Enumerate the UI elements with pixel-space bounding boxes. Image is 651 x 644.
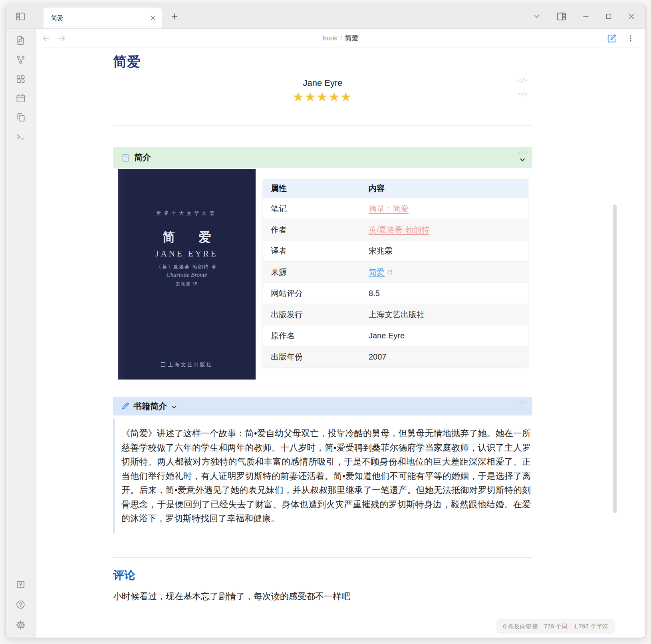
toggle-left-sidebar-icon[interactable] [15,11,26,22]
graph-view-icon[interactable] [16,55,26,65]
prop-label: 译者 [263,240,361,261]
main-panel: book/简爱 简爱 Jane [36,29,645,638]
backlink-count: 0 条反向链接 [503,623,538,630]
prop-label: 来源 [263,261,361,282]
terminal-icon[interactable] [16,131,26,141]
prop-label: 出版发行 [263,304,361,325]
summary-section-header[interactable]: 书籍简介 </> [113,397,532,415]
rating-stars: ★★★★★ [113,90,532,104]
cover-author: 〔英〕夏洛蒂·勃朗特 著 [118,264,256,270]
prop-value: 摘录：简爱 [361,198,528,219]
cover-series: 世界十大文学名著 [118,210,256,217]
calendar-icon[interactable] [16,93,26,103]
comments-heading: 评论 [113,568,532,583]
code-gutter-icon[interactable]: </> [518,399,527,405]
word-count: 779 个词 [544,623,568,630]
table-header-row: 属性 内容 [263,179,528,198]
left-dock [6,29,36,638]
table-row: 出版年份 2007 [263,346,528,367]
breadcrumb-parent[interactable]: book [323,34,337,42]
table-row: 网站评分 8.5 [263,282,528,304]
prop-label: 原作名 [263,325,361,346]
window-controls [533,11,645,22]
cover-title-en: JANE EYRE [118,249,256,259]
breadcrumb[interactable]: book/简爱 [36,34,645,43]
collapse-chevron-icon[interactable] [519,156,526,163]
chevron-down-icon[interactable] [533,12,541,20]
prop-value: 上海文艺出版社 [361,304,528,325]
comment-text: 小时候看过，现在基本忘了剧情了，每次读的感受都不一样吧 [113,590,532,634]
tab-jane-eyre[interactable]: 简爱 [44,8,162,28]
tab-close-icon[interactable] [150,15,156,21]
code-gutter-icon[interactable]: </> [518,149,527,156]
editor-area: 简爱 Jane Eyre ★★★★★ </> </> [36,48,645,638]
app-window: 简爱 [6,4,645,638]
prop-label: 作者 [263,219,361,240]
prop-value: 宋兆霖 [361,240,528,261]
intro-section-title: 简介 [134,152,151,163]
cover-author-en: Charlotte Brontë [118,272,256,278]
publisher-logo [161,362,165,367]
table-row: 作者 英/夏洛蒂·勃朗特 [263,219,528,240]
breadcrumb-separator: / [340,34,342,42]
intro-section-header[interactable]: 简介 </> [113,147,532,168]
toggle-right-sidebar-icon[interactable] [556,11,567,22]
source-external-link[interactable]: 简爱 [369,268,385,276]
divider [113,557,532,558]
help-icon[interactable] [16,600,26,610]
divider [113,125,532,126]
prop-label: 出版年份 [263,346,361,367]
author-ref-link[interactable]: 英/夏洛蒂·勃朗特 [369,225,429,234]
cover-publisher: 上海文艺出版社 [118,361,256,368]
copy-documents-icon[interactable] [16,112,26,122]
table-row: 原作名 Jane Eyre [263,325,528,346]
prop-value: 8.5 [361,282,528,304]
prop-label: 笔记 [263,198,361,219]
col-attribute: 属性 [263,179,361,198]
prop-value: 简爱 [361,261,528,282]
prop-value: 英/夏洛蒂·勃朗特 [361,219,528,240]
cover-title-cn: 简 爱 [118,229,256,246]
file-search-icon[interactable] [16,36,26,46]
pencil-icon [121,402,129,410]
tab-title: 简爱 [51,14,150,22]
scrollbar-thumb[interactable] [613,205,617,513]
maximize-icon[interactable] [605,13,612,20]
prop-label: 网站评分 [263,282,361,304]
titlebar: 简爱 [6,4,645,29]
book-info-table: 属性 内容 笔记 摘录：简爱 作者 [263,179,528,367]
close-window-icon[interactable] [628,13,635,20]
book-cover-image: 世界十大文学名著 简 爱 JANE EYRE 〔英〕夏洛蒂·勃朗特 著 Char… [118,169,256,380]
cover-translator: 宋兆霖 译 [118,281,256,287]
external-link-icon [387,268,393,276]
minimize-icon[interactable] [582,13,589,20]
table-row: 出版发行 上海文艺出版社 [263,304,528,325]
dashboard-icon[interactable] [16,74,26,84]
book-summary-text: 《简爱》讲述了这样一个故事：简•爱自幼父母双亡，投靠冷酷的舅母，但舅母无情地抛弃… [113,419,532,533]
code-gutter-icon[interactable]: </> [518,77,527,83]
notepad-icon [121,153,130,162]
collapse-chevron-icon[interactable] [171,404,177,410]
code-gutter-icon[interactable]: </> [518,91,527,97]
prop-value: 2007 [361,346,528,367]
note-ref-link[interactable]: 摘录：简爱 [369,204,409,213]
document-toolbar: book/简爱 [36,29,645,48]
summary-section-title: 书籍简介 [133,401,167,412]
settings-gear-icon[interactable] [16,620,26,630]
status-bar: 0 条反向链接 779 个词 1,797 个字符 [496,619,615,634]
breadcrumb-current[interactable]: 简爱 [345,34,359,42]
safe-lock-icon[interactable] [16,579,26,589]
new-tab-icon[interactable] [171,12,179,20]
book-subtitle: Jane Eyre [113,78,532,88]
table-row: 笔记 摘录：简爱 [263,198,528,219]
char-count: 1,797 个字符 [574,623,608,630]
col-content: 内容 [361,179,528,198]
table-row: 来源 简爱 [263,261,528,282]
table-row: 译者 宋兆霖 [263,240,528,261]
prop-value: Jane Eyre [361,325,528,346]
page-title: 简爱 [113,53,532,71]
